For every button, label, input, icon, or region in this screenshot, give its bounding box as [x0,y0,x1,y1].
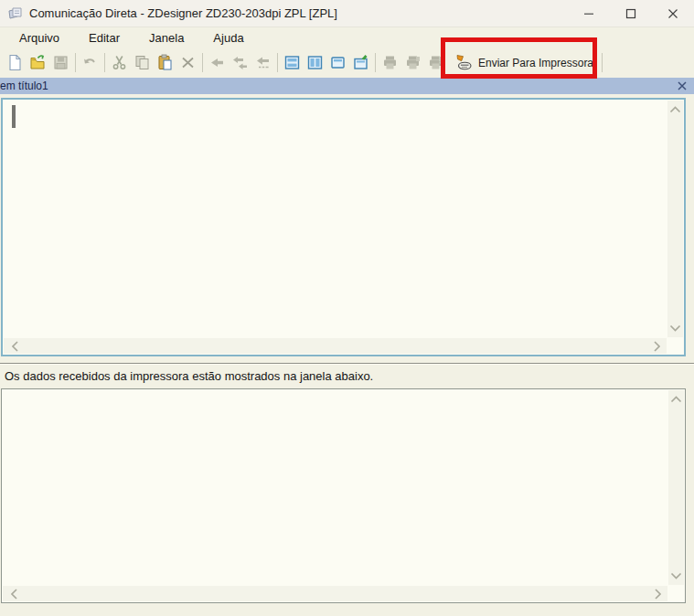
toolbar-separator [277,53,278,72]
print-page-icon[interactable] [404,54,422,71]
scroll-right-icon[interactable] [654,341,661,353]
text-caret [12,105,16,128]
document-tab-bar: em título1 [0,78,694,94]
scroll-up-icon[interactable] [670,396,682,403]
close-icon[interactable] [652,0,694,27]
scroll-right-icon[interactable] [655,589,662,600]
paste-icon[interactable] [156,54,174,71]
toolbar-separator [75,53,76,72]
undo-icon[interactable] [81,54,99,71]
menu-ajuda[interactable]: Ajuda [205,29,251,47]
toolbar-separator [602,53,603,72]
maximize-icon[interactable] [610,0,652,27]
menu-arquivo[interactable]: Arquivo [11,29,68,47]
menu-bar: Arquivo Editar Janela Ajuda [0,27,694,48]
send-data-icon[interactable] [208,54,226,71]
received-data-output[interactable] [4,391,667,584]
window-controls [568,0,694,27]
direct-communication-window: Comunicação Direta - ZDesigner ZD230-203… [0,0,694,616]
received-data-label: Os dados recebidos da impressora estão m… [0,365,694,388]
zpl-editor-panel [1,98,686,356]
cascade-windows-icon[interactable] [329,54,347,71]
received-data-panel [1,388,686,603]
send-data-labeled-icon[interactable] [254,54,272,71]
scroll-down-icon[interactable] [670,572,682,579]
document-tab-title[interactable]: em título1 [0,80,48,92]
toolbar-separator [104,53,105,72]
send-to-printer-label: Enviar Para Impressora [478,57,593,69]
minimize-icon[interactable] [568,0,610,27]
scroll-left-icon[interactable] [12,341,19,353]
send-data-split-icon[interactable] [231,54,249,71]
print-all-icon[interactable] [427,54,444,71]
horizontal-scrollbar[interactable] [4,338,667,354]
scroll-up-icon[interactable] [669,106,681,113]
vertical-scrollbar[interactable] [667,101,683,337]
scroll-down-icon[interactable] [669,324,681,332]
toolbar-separator [202,53,203,72]
title-bar: Comunicação Direta - ZDesigner ZD230-203… [0,0,694,27]
new-file-icon[interactable] [6,54,24,71]
copy-icon[interactable] [133,54,151,71]
tile-vertical-icon[interactable] [306,54,324,71]
send-to-printer-button[interactable]: Enviar Para Impressora [449,50,599,75]
cut-icon[interactable] [111,54,128,71]
window-title: Comunicação Direta - ZDesigner ZD230-203… [29,6,337,20]
vertical-scrollbar[interactable] [668,390,684,585]
menu-editar[interactable]: Editar [80,29,128,47]
open-file-icon[interactable] [29,54,47,71]
new-window-icon[interactable] [352,54,369,71]
delete-icon[interactable] [179,54,197,71]
print-icon[interactable] [381,54,399,71]
toolbar: Enviar Para Impressora [0,48,694,78]
app-icon [7,5,23,21]
scroll-left-icon[interactable] [11,589,18,600]
zpl-editor-input[interactable] [5,101,666,336]
horizontal-scrollbar[interactable] [3,586,667,601]
close-document-icon[interactable] [677,80,688,91]
send-to-printer-icon [454,54,474,71]
toolbar-separator [375,53,376,72]
menu-janela[interactable]: Janela [141,29,192,47]
save-icon[interactable] [52,54,69,71]
tile-horizontal-icon[interactable] [283,54,301,71]
